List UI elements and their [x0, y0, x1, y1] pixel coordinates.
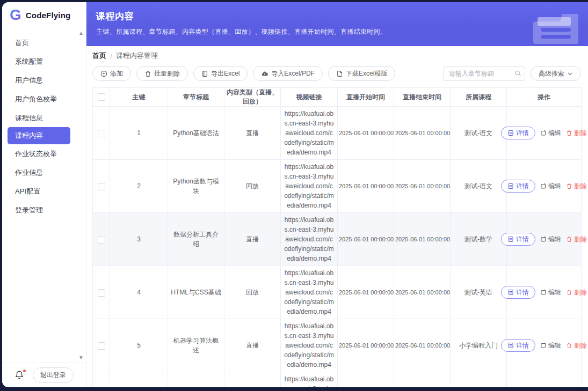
cell-video-url: https://kuafuai.obs.cn-east-3.myhuaweicl… [281, 160, 338, 213]
row-checkbox[interactable] [98, 236, 105, 244]
breadcrumb-home[interactable]: 首页 [92, 51, 106, 61]
edit-button-label: 编辑 [548, 341, 561, 350]
edit-button[interactable]: 编辑 [540, 182, 561, 191]
cell-start-time: 2025-06-01 00:00:00 [338, 107, 394, 160]
toolbar-right: 高级搜索 [444, 66, 581, 81]
nav-scroll-down-icon[interactable]: ▼ [78, 355, 84, 360]
page-subtitle: 主键、所属课程、章节标题、内容类型（直播、回放）、视频链接、直播开始时间、直播结… [96, 27, 588, 36]
breadcrumb-separator: / [110, 52, 112, 60]
download-template-button[interactable]: 下载Excel模版 [328, 66, 395, 81]
page-header-banner: 课程内容 主键、所属课程、章节标题、内容类型（直播、回放）、视频链接、直播开始时… [86, 2, 588, 46]
sidebar-item-course-content[interactable]: 课程内容 [8, 127, 70, 144]
chevron-down-icon [567, 71, 573, 77]
cloud-upload-icon [261, 70, 268, 77]
detail-button[interactable]: 详情 [501, 286, 535, 299]
cell-type: 回放 [224, 160, 281, 213]
cell-title: HTML与CSS基础 [168, 266, 224, 319]
notification-bell-icon[interactable] [14, 370, 25, 381]
cell-id: 5 [110, 319, 168, 372]
edit-button-label: 编辑 [548, 235, 561, 244]
import-excel-pdf-button-label: 导入Excel/PDF [271, 69, 315, 78]
sidebar-item-api-config[interactable]: API配置 [2, 182, 76, 201]
sidebar-item-homework-info[interactable]: 作业信息 [2, 163, 76, 182]
detail-button[interactable]: 详情 [501, 339, 535, 352]
sidebar-menu: 首页 系统配置 用户信息 用户角色枚举 课程信息 课程内容 作业状态枚举 作业信… [2, 33, 76, 363]
cell-end-time: 2025-06-01 00:00:00 [394, 372, 451, 388]
cell-course: 测试-语文 [451, 160, 507, 213]
cell-type: 直播 [224, 107, 281, 160]
advanced-search-button[interactable]: 高级搜索 [531, 66, 581, 81]
add-button[interactable]: 添加 [92, 66, 131, 81]
cell-video-url: https://kuafuai.obs.cn-east-3.myhuaweicl… [281, 213, 338, 266]
cell-end-time: 2025-06-01 00:00:00 [394, 160, 451, 213]
import-excel-pdf-button[interactable]: 导入Excel/PDF [253, 66, 323, 81]
cell-video-url: https://kuafuai.obs.cn-east-3.myhuaweicl… [281, 266, 338, 319]
row-checkbox[interactable] [98, 342, 105, 350]
edit-button-label: 编辑 [548, 288, 561, 297]
cell-title: Python函数与模块 [168, 160, 224, 213]
cell-course: 数据结构与算法 [451, 372, 507, 388]
select-all-checkbox[interactable] [98, 93, 105, 101]
sidebar-item-course-info[interactable]: 课程信息 [2, 108, 76, 127]
row-checkbox[interactable] [98, 183, 105, 190]
row-checkbox[interactable] [98, 130, 105, 137]
sidebar-item-homework-status-enum[interactable]: 作业状态枚举 [2, 144, 76, 163]
export-excel-button[interactable]: 导出Excel [193, 66, 248, 81]
folder-decoration-icon [529, 5, 583, 46]
detail-button-label: 详情 [516, 288, 529, 297]
detail-button[interactable]: 详情 [501, 233, 535, 246]
notification-badge [23, 370, 26, 372]
edit-button[interactable]: 编辑 [540, 341, 561, 350]
content-area: 首页 / 课程内容管理 添加 批量删除 [86, 46, 588, 387]
detail-button[interactable]: 详情 [501, 180, 535, 193]
search-box [444, 67, 525, 81]
detail-button-label: 详情 [516, 182, 529, 191]
breadcrumb: 首页 / 课程内容管理 [92, 50, 581, 61]
cell-type: 回放 [224, 372, 281, 388]
nav-scroll-up-icon[interactable]: ▲ [78, 30, 84, 36]
column-header-course: 所属课程 [451, 88, 507, 107]
delete-button[interactable]: 删除 [566, 129, 587, 138]
row-checkbox[interactable] [98, 289, 105, 297]
table-row: 4 HTML与CSS基础 回放 https://kuafuai.obs.cn-e… [93, 266, 582, 319]
main-area: 课程内容 主键、所属课程、章节标题、内容类型（直播、回放）、视频链接、直播开始时… [86, 2, 588, 387]
column-header-end-time: 直播结束时间 [394, 88, 451, 107]
delete-button[interactable]: 删除 [566, 182, 587, 191]
cell-id: 4 [110, 266, 168, 319]
toolbar: 添加 批量删除 导出Excel [92, 66, 581, 81]
sidebar-item-login-management[interactable]: 登录管理 [2, 201, 76, 219]
cell-id: 1 [110, 107, 168, 160]
delete-button[interactable]: 删除 [566, 341, 587, 350]
export-document-icon [201, 70, 208, 77]
sidebar-item-user-info[interactable]: 用户信息 [2, 71, 76, 90]
delete-button[interactable]: 删除 [566, 288, 587, 297]
delete-button-label: 删除 [574, 235, 587, 244]
app-window: G CodeFlying ▲ 首页 系统配置 用户信息 用户角色枚举 课程信息 … [2, 2, 588, 387]
logout-button[interactable]: 退出登录 [33, 367, 74, 383]
search-icon[interactable] [514, 70, 521, 77]
advanced-search-label: 高级搜索 [539, 69, 564, 78]
cell-type: 回放 [224, 266, 281, 319]
sidebar-item-system-config[interactable]: 系统配置 [2, 52, 76, 71]
cell-end-time: 2025-06-01 00:00:00 [394, 213, 451, 266]
edit-button-label: 编辑 [548, 182, 561, 191]
edit-button[interactable]: 编辑 [540, 235, 561, 244]
edit-button[interactable]: 编辑 [540, 129, 561, 138]
detail-button-label: 详情 [516, 129, 529, 138]
app-logo-icon: G [10, 8, 21, 23]
detail-button[interactable]: 详情 [501, 127, 535, 139]
cell-id: 6 [110, 372, 168, 388]
delete-button[interactable]: 删除 [566, 235, 587, 244]
batch-delete-button[interactable]: 批量删除 [136, 66, 188, 81]
search-input[interactable] [444, 67, 525, 81]
sidebar-footer: 退出登录 [2, 363, 86, 387]
cell-end-time: 2025-06-01 00:00:00 [394, 266, 451, 319]
cell-start-time: 2025-06-01 00:00:00 [338, 319, 394, 372]
edit-button[interactable]: 编辑 [540, 288, 561, 297]
detail-button-label: 详情 [516, 341, 529, 350]
add-button-label: 添加 [110, 69, 123, 78]
sidebar-item-user-role-enum[interactable]: 用户角色枚举 [2, 90, 76, 108]
sidebar-item-home[interactable]: 首页 [2, 33, 76, 52]
table-row: 1 Python基础语法 直播 https://kuafuai.obs.cn-e… [93, 107, 582, 160]
column-header-type: 内容类型（直播、回放） [224, 88, 281, 107]
